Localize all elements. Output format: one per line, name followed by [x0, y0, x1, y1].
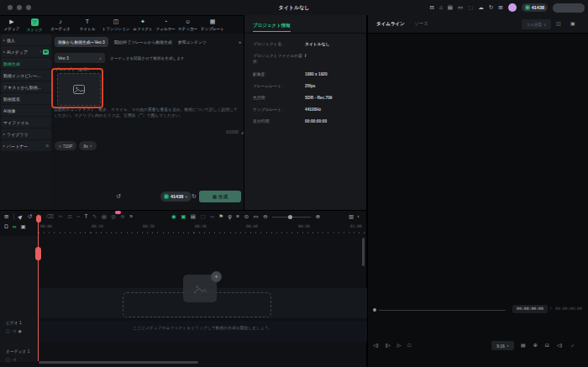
tab-effect[interactable]: ✦ エフェクト: [131, 18, 155, 31]
seek-bar[interactable]: [379, 310, 506, 311]
playhead-handle[interactable]: [36, 215, 41, 223]
refresh-icon[interactable]: ↻: [192, 193, 197, 200]
zoom-icon[interactable]: ⊕: [533, 341, 538, 350]
generate-button[interactable]: 生成: [199, 191, 241, 202]
keyframe-icon[interactable]: ▢: [200, 214, 205, 220]
sidebar-item-ai-image[interactable]: AI画像: [1, 105, 51, 116]
export-button[interactable]: [553, 3, 585, 13]
snapping-toggle-icon[interactable]: ▣: [181, 214, 186, 220]
mute-icon[interactable]: ◁: [13, 328, 16, 333]
display-icon[interactable]: ▭: [458, 5, 463, 11]
mask-icon[interactable]: ◍: [111, 214, 116, 220]
resolution-pill[interactable]: ≈ 720P: [55, 141, 76, 150]
copy-icon[interactable]: ▤: [448, 5, 453, 11]
timeline-settings-icon[interactable]: ⊞: [4, 214, 8, 220]
mute-icon[interactable]: ◁): [557, 341, 563, 350]
preview-quality-dropdown[interactable]: フル画質 ∨: [522, 19, 551, 29]
image-upload-dropzone[interactable]: [57, 73, 101, 106]
step-forward-icon[interactable]: |▷: [386, 341, 391, 350]
credits-pill[interactable]: 41438 +: [160, 191, 192, 202]
more-tools-icon[interactable]: »: [129, 214, 133, 220]
tab-stock[interactable]: ツ ストック: [22, 18, 47, 32]
tab-template[interactable]: ▦ テンプレート: [199, 18, 226, 31]
credits-badge[interactable]: 41438: [522, 3, 548, 12]
preview-render-icon[interactable]: ▤: [191, 214, 196, 220]
image-to-video-tab[interactable]: 画像から動画生成ーVeo 3: [55, 37, 108, 47]
sidebar-item-library[interactable]: ▸ ライブラリ: [1, 128, 51, 139]
zoom-out-icon[interactable]: ⊖: [263, 214, 267, 220]
share-icon[interactable]: ⌂: [439, 5, 443, 11]
select-tool-icon[interactable]: ▶: [18, 213, 24, 220]
sidebar-item-partner[interactable]: ▸ パートナー ⊙: [1, 140, 51, 151]
tab-timeline-preview[interactable]: タイムライン: [376, 21, 405, 27]
split-view-icon[interactable]: ◫: [556, 20, 561, 26]
zoom-slider-handle[interactable]: [288, 215, 292, 219]
timeline-zoom-slider[interactable]: [272, 217, 311, 218]
captions-icon[interactable]: ▭: [254, 214, 259, 220]
audio-mixer-icon[interactable]: ≡: [236, 214, 239, 220]
audio-track-lane[interactable]: [39, 321, 367, 342]
duration-pill[interactable]: 8s ∨: [79, 141, 96, 150]
auto-ripple-toggle-icon[interactable]: ◉: [171, 214, 176, 220]
crop-icon[interactable]: ⊡: [545, 341, 549, 350]
prompt-placeholder[interactable]: 雰囲気やコンテキスト、動き、スタイル、その他の重要な要素を含め、動画について詳し…: [54, 107, 241, 119]
sidebar-item-video-generation[interactable]: 動画生成: [1, 58, 51, 69]
sidebar-item-video-inspiration[interactable]: 動画インスピレー...: [1, 70, 51, 81]
zoom-tool-icon[interactable]: ⊕: [120, 214, 124, 220]
fullscreen-icon[interactable]: ↔: [567, 340, 577, 350]
track-manager-icon[interactable]: ▣: [21, 224, 26, 230]
record-icon[interactable]: ⊙: [244, 214, 249, 220]
print-icon[interactable]: ⊟: [429, 5, 433, 11]
crop-icon[interactable]: ⊡: [68, 214, 72, 220]
link-clips-icon[interactable]: ∞: [210, 214, 214, 220]
track-layout-icon[interactable]: ▥: [349, 214, 354, 220]
voiceover-mic-icon[interactable]: φ: [228, 214, 232, 220]
playhead-grip[interactable]: [35, 247, 41, 260]
tab-audio[interactable]: ♪ オーディオ: [47, 18, 74, 31]
delete-icon[interactable]: ⌫: [46, 214, 54, 220]
seek-handle[interactable]: [373, 308, 376, 312]
frames-to-video-tab[interactable]: 開始/終了フレームから動画生成: [114, 39, 172, 45]
zoom-in-icon[interactable]: ⊕: [316, 214, 320, 220]
marker-icon[interactable]: ◎: [102, 214, 107, 220]
vertical-scrollbar[interactable]: [362, 238, 365, 266]
avatar[interactable]: [508, 3, 517, 12]
detach-player-icon[interactable]: ▣: [570, 20, 575, 26]
sidebar-item-ai-media[interactable]: ▸ AIメディア ◔ AI: [1, 46, 51, 57]
lock-icon[interactable]: ▢: [6, 357, 10, 362]
sidebar-item-my-files[interactable]: マイファイル: [1, 117, 51, 128]
hide-icon[interactable]: ◉: [18, 328, 22, 333]
sidebar-item-video-extend[interactable]: 動画延長: [1, 93, 51, 104]
aspect-ratio-dropdown[interactable]: 9:16 ∨: [491, 341, 514, 350]
volume-icon[interactable]: ◁): [373, 341, 379, 350]
apps-icon[interactable]: ⊞: [498, 5, 502, 11]
marker-flag-icon[interactable]: ⚑: [218, 214, 223, 220]
text-tool-icon[interactable]: T: [85, 214, 88, 220]
play-icon[interactable]: ▷: [397, 341, 402, 350]
auto-link-icon[interactable]: ∞: [13, 224, 17, 230]
lock-icon[interactable]: ▢: [6, 328, 10, 333]
playhead-line[interactable]: [38, 215, 39, 361]
grid-icon[interactable]: ▤: [521, 341, 526, 350]
model-dropdown[interactable]: Veo 3 ∨: [55, 53, 105, 63]
tab-source-preview[interactable]: ソース: [414, 21, 428, 27]
magnet-icon[interactable]: Ω: [4, 224, 8, 230]
horizontal-scrollbar[interactable]: [39, 361, 198, 364]
mute-icon[interactable]: ◁: [13, 357, 16, 362]
tab-title[interactable]: T タイトル: [74, 18, 101, 31]
tab-filter[interactable]: ◔ フィルター: [155, 18, 176, 31]
history-icon[interactable]: ↺: [116, 193, 121, 200]
cloud-icon[interactable]: ☁: [478, 5, 484, 11]
split-icon[interactable]: ✂: [59, 214, 63, 220]
sidebar-item-personal[interactable]: ▸ 個人: [1, 34, 51, 45]
tab-media[interactable]: ▶ メディア: [2, 18, 22, 31]
record-icon[interactable]: ▢: [468, 5, 473, 11]
more-tabs-icon[interactable]: »: [239, 39, 241, 45]
tab-sticker[interactable]: ☺ ステッカー: [176, 18, 199, 31]
sidebar-item-text-to-video[interactable]: テキストから動画...: [1, 81, 51, 92]
undo-icon[interactable]: ↺: [28, 214, 32, 220]
speed-icon[interactable]: ≈: [76, 214, 80, 220]
reference-content-tab[interactable]: 参照コンテンツ: [178, 39, 207, 45]
sync-icon[interactable]: ↻: [489, 5, 493, 11]
pen-tool-icon[interactable]: ✎: [92, 214, 97, 220]
